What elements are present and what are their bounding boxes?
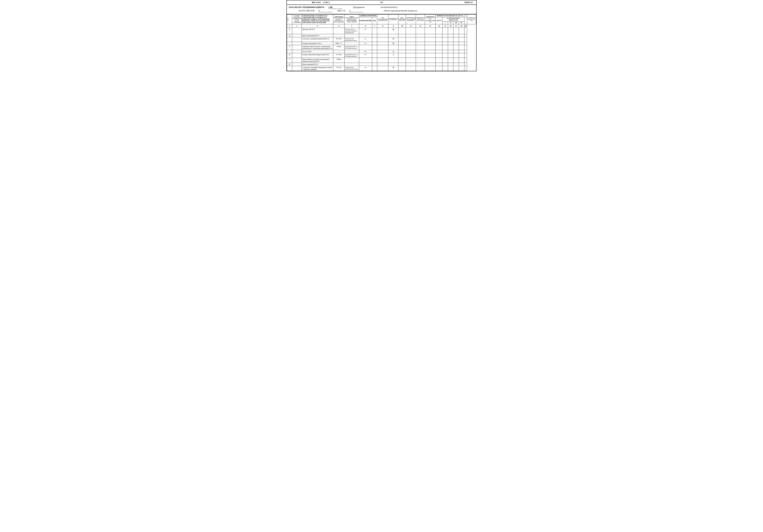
row-unit-code	[372, 28, 377, 34]
col13-label: ЗАЯВЛЕННАЯ ПОТРЕБНОСТЬ НА ПЛАНИРУЕМЫЙ ГО…	[425, 16, 435, 23]
doc-number: 903-I-I53 ( XXI )	[290, 1, 351, 4]
row-q3	[453, 45, 459, 50]
table-row: 5Задвижка параллельная с выдвижным шпинд…	[287, 45, 476, 50]
col-stock-header: ОЖИДАЕМОЕ МИ-НО-ВО НА СКЛАДЕ	[416, 15, 425, 24]
row-cost	[464, 58, 467, 63]
row-pos	[292, 28, 301, 34]
row-q3	[453, 53, 459, 58]
main-table: № п.п. ПОЗИЦИИ ПОТЕХНО-ЛОГИЧЕСКОЙ СХЕМЕ …	[287, 14, 476, 71]
col-unit-name-header: НАИМЕНОВАНИЕ	[359, 17, 372, 24]
accepted-label: ПРИНЯТАЯ ПОТРЕБНОСТЬ НА 19__ Г.	[436, 15, 467, 17]
row-pos	[292, 50, 301, 53]
row-q4	[459, 50, 464, 53]
row-need-year	[425, 42, 435, 45]
row-name: Клапан обратный поворотный Ø I50	[301, 53, 333, 58]
row-need-complex	[406, 34, 416, 37]
row-name: Задвижка параллельная с выдвижным шпинде…	[301, 45, 333, 50]
row-on-stock	[416, 42, 425, 45]
col-need-complex-header: ПОТРЕБНОСТЬ НА ПУСКОВОЙ КОМПЛЕКС	[406, 15, 416, 24]
spec-title: ЗАКАЗНАЯ СПЕЦИФИКАЦИЯ №	[288, 6, 324, 9]
col-mark-header: ТИПЫ МАРКА ОБОРУДОВАНИЯ КАТАЛОГ. ЧЕРТЕЖА…	[333, 15, 344, 24]
row-q1	[443, 53, 448, 58]
row-cost	[464, 42, 467, 45]
row-unit-code	[372, 53, 377, 58]
table-row: 6Клапан обратный поворотный Ø I50I9ч I6б…	[287, 53, 476, 58]
col10-label: ЦЕНА ЕДИНИЦЫ, ТЫС. РУБ.	[398, 17, 406, 21]
col-cost-header: СТОИМОСТЬ ВСЕГО, ТЫС. РУБ.	[467, 15, 476, 24]
row-total	[436, 66, 443, 71]
col9-label: ПОТРЕБНОСТЬ ПО ПРОЕКТУ.	[388, 18, 398, 21]
total-sheets-label: ВСЕГО ЛИСТОВ	[299, 10, 314, 12]
unit-name-label: НАИМЕНОВАНИЕ	[359, 20, 372, 22]
object-label: Объект (производственная мощность)	[384, 10, 417, 12]
row-q1	[443, 66, 448, 71]
row-name: а) вентиль запорный муфтовый Ø 25	[301, 37, 333, 42]
row-mark: I0B96к	[333, 58, 344, 63]
row-equip-code	[377, 37, 388, 42]
table-row: а) вентиль запорный пожарный угловой с м…	[287, 66, 476, 71]
row-need-complex	[406, 50, 416, 53]
row-need-complex	[406, 63, 416, 66]
num-17: 17	[453, 24, 459, 28]
row-q3	[453, 37, 459, 42]
table-row: 4Кран поливочный Ø 25	[287, 34, 476, 37]
num-19: 19	[464, 24, 467, 28]
row-need-year	[425, 58, 435, 63]
row-unit-code	[372, 63, 377, 66]
row-mark: I8698 - 73	[333, 42, 344, 45]
row-mark	[333, 34, 344, 37]
row-equip-code	[377, 66, 388, 71]
sheet-label: ЛИСТ №	[337, 10, 345, 12]
row-price	[398, 66, 406, 71]
col-pos-header: ПОЗИЦИИ ПОТЕХНО-ЛОГИЧЕСКОЙ СХЕМЕ МЕСТО У…	[292, 15, 301, 24]
row-need-year	[425, 34, 435, 37]
col-name-header: НАИМЕНОВАНИЕ И ТЕХНИЧЕСКАЯ ХАРАКТЕРИСТИК…	[301, 15, 333, 24]
row-unit-code	[372, 58, 377, 63]
row-unit-code	[372, 45, 377, 50]
quarters-label: В ТОМ ЧИСЛЕ ПО КВАРТАЛАМ	[443, 18, 464, 21]
row-maker: Полуокский з-д противопожарного оборудов…	[344, 28, 359, 34]
row-q1	[443, 50, 448, 53]
col-need-year-header: ЗАЯВЛЕННАЯ ПОТРЕБНОСТЬ НА ПЛАНИРУЕМЫЙ ГО…	[425, 15, 435, 24]
row-need-complex	[406, 37, 416, 42]
row-q4	[459, 66, 464, 71]
row-q3	[453, 42, 459, 45]
row-cost	[464, 45, 467, 50]
row-need-complex	[406, 53, 416, 58]
row-total	[436, 50, 443, 53]
col12-label: ОЖИДАЕМОЕ МИ-НО-ВО НА СКЛАДЕ	[416, 17, 424, 21]
row-need-year	[425, 50, 435, 53]
row-need: I5	[388, 66, 398, 71]
row-q3	[453, 28, 459, 34]
row-on-stock	[416, 53, 425, 58]
table-row: б) рукав напорный ℓ=20 мI8698 - 73шт.I3	[287, 42, 476, 45]
row-name: Кран поливочный Ø 25	[301, 34, 333, 37]
row-mark	[333, 63, 344, 66]
page-num-value: -23-	[380, 1, 383, 4]
enterprise-name-hint: ((НАИМЕНОВАНИЕ))	[381, 6, 397, 8]
num-8: 8	[377, 24, 388, 28]
q4-header: IV	[459, 22, 464, 24]
row-cost	[464, 37, 467, 42]
header-section: ЗАКАЗНАЯ СПЕЦИФИКАЦИЯ № I ВК Предприятие…	[287, 5, 476, 14]
row-maker	[344, 58, 359, 63]
row-equip-code	[377, 53, 388, 58]
row-on-stock	[416, 37, 425, 42]
num-4: 4	[333, 24, 344, 28]
row-q1	[443, 45, 448, 50]
q1-header: I	[443, 22, 448, 24]
row-unit-code	[372, 42, 377, 45]
row-num: 7	[287, 58, 292, 63]
row-maker: Душамбинский з-д им.Орджоникидзе	[344, 53, 359, 58]
row-unit-name	[359, 45, 372, 50]
row-q2	[448, 28, 453, 34]
row-q4	[459, 53, 464, 58]
header-top: 903-I-I53 ( XXI ) -23- I5859-22	[287, 0, 476, 5]
row-num: 4	[287, 34, 292, 37]
row-unit-code	[372, 50, 377, 53]
row-unit-name: шт.	[359, 37, 372, 42]
row-on-stock	[416, 63, 425, 66]
row-equip-code	[377, 42, 388, 45]
row-maker: "	[344, 50, 359, 53]
row-price	[398, 34, 406, 37]
